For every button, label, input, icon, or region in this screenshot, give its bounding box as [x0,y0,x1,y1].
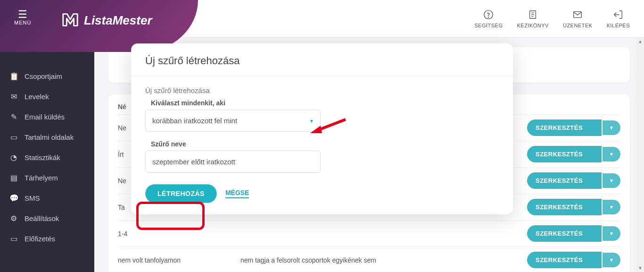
hamburger-icon: ☰ [14,9,31,20]
select-label: Kiválaszt mindenkit, aki [151,99,499,107]
chevron-down-icon[interactable]: ▼ [603,173,620,188]
menu-toggle[interactable]: ☰ MENÜ [14,9,31,26]
chevron-down-icon[interactable]: ▼ [603,200,620,214]
sidebar-item-letters[interactable]: ✉Levelek [0,86,94,107]
sidebar-item-label: Levelek [25,93,49,101]
mail-icon: ✉ [9,92,18,101]
svg-point-1 [488,17,489,17]
logout-icon [607,9,630,23]
sidebar-item-label: Előfizetés [25,235,55,243]
logout-link[interactable]: KILÉPÉS [607,9,630,28]
gear-icon: ⚙ [9,214,18,223]
sidebar-item-send[interactable]: ✎Email küldés [0,107,94,127]
table-row: nem volt tanfolyamonnem tagja a felsorol… [118,246,620,272]
logo-icon [61,10,79,30]
card-icon: ▭ [9,234,18,243]
edit-button[interactable]: SZERKESZTÉS▼ [527,146,620,162]
book-icon: ▭ [9,133,18,142]
name-label: Szűrő neve [151,140,499,148]
chevron-down-icon[interactable]: ▼ [603,253,620,267]
chevron-down-icon[interactable]: ▼ [603,147,620,162]
storage-icon: ▤ [9,173,18,182]
sidebar-item-label: Statisztikák [25,153,60,162]
sidebar-item-sms[interactable]: 💬SMS [0,188,94,208]
help-icon [474,9,503,23]
select-value: korábban iratkozott fel mint [145,110,321,132]
sidebar-item-label: Email küldés [25,113,65,121]
sidebar-item-label: Beállítások [25,214,59,222]
sms-icon: 💬 [9,194,18,203]
manual-link[interactable]: KÉZIKÖNYV [517,9,548,28]
header-actions: SEGÍTSÉG KÉZIKÖNYV ÜZENETEK KILÉPÉS [474,9,644,28]
chevron-down-icon[interactable]: ▼ [603,120,620,135]
sidebar-item-subscription[interactable]: ▭Előfizetés [0,229,94,249]
messages-icon [563,9,593,23]
chevron-down-icon[interactable]: ▼ [603,226,620,241]
sidebar-item-storage[interactable]: ▤Tárhelyem [0,168,94,188]
messages-link[interactable]: ÜZENETEK [563,9,593,28]
scroll-up-icon[interactable]: ▲ [636,38,644,45]
edit-button[interactable]: SZERKESZTÉS▼ [527,199,620,215]
modal-body: Új szűrő létrehozása Kiválaszt mindenkit… [131,76,513,177]
modal-header: Új szűrő létrehozása [131,43,513,76]
manual-icon [517,9,548,23]
edit-button[interactable]: SZERKESZTÉS▼ [527,252,620,268]
scroll-down-icon[interactable]: ▼ [636,264,644,272]
modal-footer: LÉTREHOZÁS MÉGSE [131,177,513,214]
sidebar-item-label: Tartalmi oldalak [25,133,74,141]
help-link[interactable]: SEGÍTSÉG [474,9,503,28]
scrollbar[interactable]: ▲ ▼ [636,38,644,272]
create-button[interactable]: LÉTREHOZÁS [145,184,217,203]
svg-rect-6 [574,11,582,17]
modal-title: Új szűrő létrehozása [145,55,499,67]
sidebar: 📋Csoportjaim ✉Levelek ✎Email küldés ▭Tar… [0,52,94,272]
sidebar-item-label: SMS [25,194,40,202]
logo-text: ListaMester [84,13,152,28]
create-filter-modal: Új szűrő létrehozása Új szűrő létrehozás… [131,43,513,214]
caret-down-icon: ▼ [309,118,314,123]
sidebar-item-settings[interactable]: ⚙Beállítások [0,208,94,229]
edit-button[interactable]: SZERKESZTÉS▼ [527,225,620,242]
chart-icon: ◔ [9,153,18,162]
logo[interactable]: ListaMester [61,10,152,30]
table-row: 1-4SZERKESZTÉS▼ [118,220,620,246]
edit-button[interactable]: SZERKESZTÉS▼ [527,119,620,136]
filter-name-input[interactable] [145,151,321,173]
sidebar-item-groups[interactable]: 📋Csoportjaim [0,66,94,86]
modal-subtitle: Új szűrő létrehozása [145,86,499,94]
sidebar-item-label: Csoportjaim [25,72,62,80]
sidebar-item-pages[interactable]: ▭Tartalmi oldalak [0,127,94,147]
edit-button[interactable]: SZERKESZTÉS▼ [527,172,620,189]
cancel-button[interactable]: MÉGSE [225,189,249,198]
edit-icon: ✎ [9,112,18,121]
clipboard-icon: 📋 [9,72,18,81]
sidebar-item-stats[interactable]: ◔Statisztikák [0,147,94,168]
filter-type-select[interactable]: korábban iratkozott fel mint ▼ [145,110,321,132]
sidebar-item-label: Tárhelyem [25,174,58,182]
